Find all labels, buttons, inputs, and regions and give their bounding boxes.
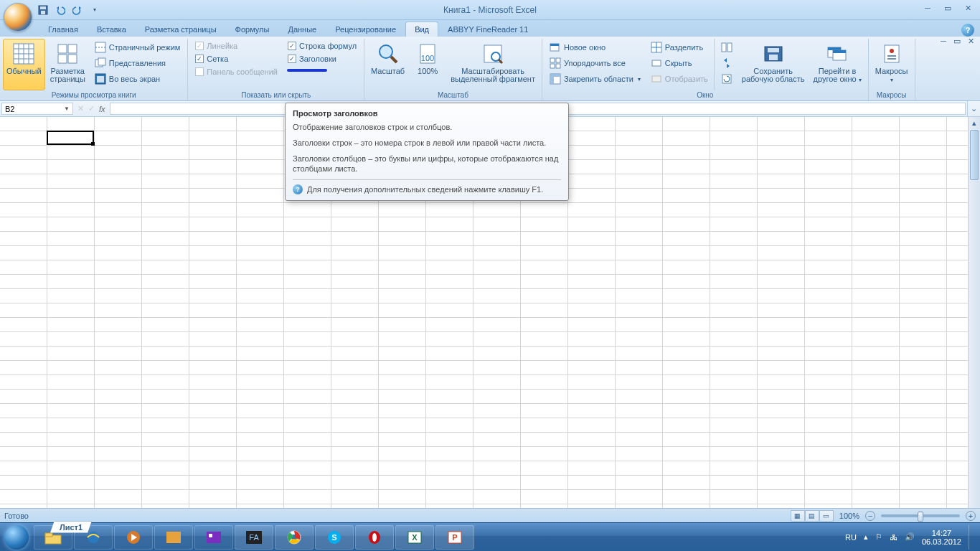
save-workspace-icon — [762, 42, 785, 65]
svg-rect-50 — [833, 50, 846, 53]
sheet-tab[interactable]: Лист1 — [50, 521, 92, 533]
view-side-by-side-button[interactable] — [719, 40, 735, 55]
normal-view-icon[interactable]: ▦ — [791, 510, 805, 522]
headings-checkbox[interactable]: ✓Заголовки — [286, 53, 359, 65]
redo-icon[interactable] — [70, 3, 85, 17]
svg-text:100: 100 — [421, 54, 434, 62]
tab-insert[interactable]: Вставка — [88, 22, 136, 37]
switch-windows-button[interactable]: Перейти в другое окно ▾ — [810, 39, 865, 90]
tray-clock[interactable]: 14:27 06.03.2012 — [922, 529, 961, 546]
taskbar-chrome[interactable] — [275, 525, 314, 550]
minimize-button[interactable]: ─ — [918, 1, 937, 14]
tab-home[interactable]: Главная — [39, 22, 88, 37]
tab-page-layout[interactable]: Разметка страницы — [136, 22, 226, 37]
svg-point-57 — [88, 532, 99, 543]
help-icon[interactable]: ? — [961, 24, 974, 37]
zoom-level[interactable]: 100% — [839, 512, 859, 520]
highlight-mark — [287, 69, 327, 72]
quick-access-toolbar: ▾ — [36, 3, 102, 17]
hide-button[interactable]: Скрыть — [649, 56, 710, 70]
tab-view[interactable]: Вид — [405, 22, 438, 37]
macros-button[interactable]: Макросы▾ — [872, 39, 912, 90]
doc-minimize-button[interactable]: ─ — [937, 36, 950, 46]
taskbar-excel[interactable]: X — [395, 525, 434, 550]
group-show-hide: ✓Линейка ✓Сетка Панель сообщений ✓Строка… — [188, 39, 364, 100]
svg-point-70 — [372, 533, 377, 542]
ruler-checkbox[interactable]: ✓Линейка — [193, 40, 280, 52]
taskbar-opera[interactable] — [355, 525, 394, 550]
close-button[interactable]: ✕ — [958, 1, 977, 14]
svg-rect-19 — [97, 76, 104, 83]
fullscreen-button[interactable]: Во весь экран — [93, 72, 183, 86]
split-button[interactable]: Разделить — [649, 40, 710, 55]
tab-abbyy[interactable]: ABBYY FineReader 11 — [438, 22, 537, 37]
formula-bar-checkbox[interactable]: ✓Строка формул — [286, 40, 359, 52]
zoom-100-button[interactable]: 100 100% — [410, 39, 446, 90]
tab-data[interactable]: Данные — [278, 22, 326, 37]
fx-icon[interactable]: fx — [99, 105, 105, 113]
chevron-down-icon[interactable]: ▼ — [64, 105, 70, 112]
name-box-input[interactable] — [5, 105, 55, 113]
restore-button[interactable]: ▭ — [938, 1, 957, 14]
vertical-scrollbar[interactable]: ▴ ▾ — [968, 117, 980, 519]
arrange-all-button[interactable]: Упорядочить все — [547, 56, 643, 70]
reset-position-button[interactable] — [719, 72, 735, 86]
taskbar-app[interactable]: FA — [235, 525, 273, 550]
zoom-out-icon[interactable]: − — [865, 511, 875, 521]
start-button[interactable] — [0, 523, 33, 552]
save-workspace-button[interactable]: Сохранить рабочую область — [738, 39, 809, 90]
office-button[interactable] — [4, 3, 32, 32]
zoom-selection-button[interactable]: Масштабировать выделенный фрагмент — [447, 39, 539, 90]
normal-view-button[interactable]: Обычный — [3, 39, 45, 90]
system-tray[interactable]: RU ▴ ⚐ 🖧 🔊 14:27 06.03.2012 — [845, 525, 980, 550]
tab-formulas[interactable]: Формулы — [226, 22, 279, 37]
macros-icon — [880, 42, 903, 65]
sync-scroll-button[interactable] — [719, 56, 735, 70]
svg-rect-54 — [887, 58, 896, 60]
page-layout-view-icon[interactable]: ▤ — [805, 510, 819, 522]
tab-review[interactable]: Рецензирование — [326, 22, 405, 37]
zoom-in-icon[interactable]: + — [966, 511, 976, 521]
expand-formula-bar-icon[interactable]: ⌄ — [967, 101, 980, 116]
svg-rect-1 — [40, 6, 46, 9]
custom-views-button[interactable]: Представления — [93, 56, 183, 70]
new-window-button[interactable]: Новое окно — [547, 40, 643, 55]
ribbon: Обычный Разметка страницы Страничный реж… — [0, 37, 980, 101]
split-icon — [651, 42, 662, 53]
page-break-view-icon[interactable]: ▭ — [819, 510, 834, 522]
ribbon-tabs: Главная Вставка Разметка страницы Формул… — [0, 20, 980, 37]
doc-close-button[interactable]: ✕ — [964, 36, 977, 46]
svg-rect-31 — [550, 64, 555, 68]
zoom-button[interactable]: Масштаб — [367, 39, 408, 90]
page-layout-view-button[interactable]: Разметка страницы — [47, 39, 89, 90]
freeze-panes-button[interactable]: Закрепить области▾ — [547, 72, 643, 86]
zoom-slider[interactable] — [881, 514, 960, 517]
scrollbar-thumb[interactable] — [970, 130, 979, 180]
tray-network-icon[interactable]: 🖧 — [890, 533, 897, 542]
tray-volume-icon[interactable]: 🔊 — [905, 532, 915, 542]
page-break-view-button[interactable]: Страничный режим — [93, 40, 183, 55]
tooltip-text: Заголовки строк – это номера строк в лев… — [293, 138, 561, 148]
taskbar-skype[interactable]: S — [315, 525, 354, 550]
taskbar-app[interactable] — [194, 525, 233, 550]
gridlines-checkbox[interactable]: ✓Сетка — [193, 53, 280, 65]
message-bar-checkbox[interactable]: Панель сообщений — [193, 66, 280, 77]
tray-lang[interactable]: RU — [845, 533, 857, 542]
chevron-down-icon: ▾ — [859, 77, 862, 83]
svg-text:S: S — [331, 533, 336, 542]
cell-selection[interactable] — [47, 131, 94, 145]
scroll-up-icon[interactable]: ▴ — [969, 117, 980, 129]
tray-show-hidden-icon[interactable]: ▴ — [864, 532, 868, 542]
name-box[interactable]: ▼ — [1, 103, 73, 115]
tray-flag-icon[interactable]: ⚐ — [875, 532, 882, 542]
undo-icon[interactable] — [53, 3, 67, 17]
taskbar-app[interactable] — [154, 525, 193, 550]
save-icon[interactable] — [36, 3, 50, 17]
group-window: Новое окно Упорядочить все Закрепить обл… — [542, 39, 869, 100]
qat-customize-icon[interactable]: ▾ — [88, 3, 102, 17]
show-desktop-button[interactable] — [969, 525, 976, 550]
chevron-down-icon: ▾ — [890, 77, 893, 83]
taskbar-powerpoint[interactable]: P — [435, 525, 474, 550]
taskbar-media[interactable] — [114, 525, 153, 550]
doc-restore-button[interactable]: ▭ — [951, 36, 963, 46]
